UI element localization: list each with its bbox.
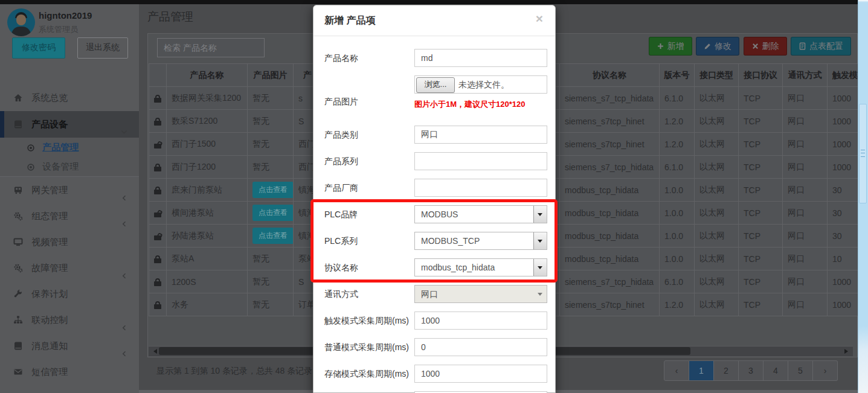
column-header-interface-protocol: 接口协议: [739, 64, 783, 87]
app-window: hignton2019 系统管理员 修改密码 退出系统 系统总览 产品设备 产品…: [0, 0, 868, 393]
sidebar-item-device-management[interactable]: 设备管理: [0, 157, 139, 176]
sidebar-item-system-overview[interactable]: 系统总览: [0, 85, 139, 111]
image-placeholder: 暂无: [252, 139, 269, 149]
file-input[interactable]: 浏览... 未选择文件。: [414, 75, 547, 94]
bus-icon: [13, 179, 23, 205]
edit-button[interactable]: 修改: [696, 37, 739, 56]
book-icon: [13, 113, 23, 139]
dropdown-arrow-icon[interactable]: [533, 206, 547, 223]
normal-period-input[interactable]: [414, 338, 547, 356]
image-placeholder: 暂无: [252, 254, 269, 263]
browse-button[interactable]: 浏览...: [416, 77, 455, 93]
vertical-scrollbar[interactable]: [858, 0, 868, 393]
dropdown-arrow-icon: [534, 286, 547, 302]
scroll-right-arrow[interactable]: [844, 349, 850, 354]
sidebar-item-configuration-management[interactable]: 组态管理: [0, 203, 139, 229]
image-placeholder: 暂无: [252, 116, 269, 126]
field-label: PLC品牌: [324, 205, 414, 223]
vertical-scrollbar-thumb[interactable]: [859, 104, 867, 203]
column-header-name: 产品名称: [167, 64, 248, 87]
x-icon: [751, 39, 759, 56]
sidebar-item-linkage-control[interactable]: 联动控制: [0, 307, 139, 333]
sidebar-item-gateway-management[interactable]: 网关管理: [0, 177, 139, 203]
column-header-trigger: 触发模: [828, 64, 858, 87]
column-header-lock: [149, 64, 167, 87]
change-password-button[interactable]: 修改密码: [12, 37, 65, 59]
gears-icon: [13, 205, 23, 231]
image-hint: 图片小于1M，建议尺寸120*120: [414, 99, 526, 110]
pagination-page-1[interactable]: 1: [689, 360, 714, 381]
column-header-interface-type: 接口类型: [695, 64, 739, 87]
dropdown-arrow-icon[interactable]: [533, 259, 547, 276]
lock-icon: [154, 121, 161, 126]
field-label: 产品图片: [324, 92, 414, 110]
sidebar-submenu: 产品管理 设备管理: [0, 138, 139, 177]
sidebar-item-product-device[interactable]: 产品设备: [0, 111, 139, 138]
field-label: 普通模式采集周期(ms): [324, 338, 414, 356]
window-top-edge: [0, 0, 858, 4]
dropdown-arrow-icon[interactable]: [533, 232, 547, 249]
pagination-next[interactable]: ›: [813, 360, 838, 381]
sidebar-item-message-notification[interactable]: 消息通知: [0, 333, 139, 359]
scroll-left-arrow[interactable]: [151, 349, 157, 354]
view-image-button[interactable]: 点击查看: [252, 205, 294, 221]
no-file-text: 未选择文件。: [458, 76, 509, 93]
product-vendor-input[interactable]: [414, 179, 547, 197]
sidebar-item-fault-management[interactable]: 故障管理: [0, 255, 139, 281]
plc-series-select[interactable]: MODBUS_TCP: [414, 232, 547, 250]
field-label: 存储模式采集周期(ms): [324, 365, 414, 383]
add-button[interactable]: 新增: [649, 37, 692, 56]
logout-button[interactable]: 退出系统: [77, 37, 128, 59]
plc-brand-select[interactable]: MODBUS: [414, 205, 547, 223]
search-input[interactable]: [157, 38, 265, 57]
plus-icon: [657, 39, 664, 56]
image-placeholder: 暂无: [252, 276, 269, 286]
delete-button[interactable]: 删除: [744, 37, 787, 56]
column-header-version: 版本号: [660, 64, 695, 87]
pagination-page-3[interactable]: 3: [739, 360, 764, 381]
storage-period-input[interactable]: [414, 365, 547, 383]
avatar: [7, 8, 35, 36]
sidebar-item-maintenance-plan[interactable]: 保养计划: [0, 281, 139, 307]
page-title: 产品管理: [147, 9, 193, 25]
home-icon: [13, 86, 23, 113]
dot-circle-icon: [27, 139, 35, 159]
lock-icon: [154, 167, 161, 171]
field-label: 通讯方式: [324, 285, 414, 303]
pagination-prev[interactable]: ‹: [664, 360, 689, 381]
pagination-page-5[interactable]: 5: [788, 360, 813, 381]
unlock-icon: [154, 235, 161, 240]
lock-icon: [154, 190, 161, 194]
sidebar-item-sms-management[interactable]: 短信管理: [0, 359, 139, 385]
protocol-name-select[interactable]: modbus_tcp_hidata: [414, 258, 547, 276]
point-table-config-button[interactable]: 点表配置: [791, 37, 851, 56]
sidebar-item-video-management[interactable]: 视频管理: [0, 229, 139, 255]
lock-icon: [154, 281, 161, 286]
view-image-button[interactable]: 点击查看: [252, 228, 294, 244]
pagination-page-4[interactable]: 4: [764, 360, 788, 381]
dot-circle-icon: [27, 159, 35, 178]
field-label: 产品厂商: [324, 179, 414, 197]
sidebar-item-product-management[interactable]: 产品管理: [0, 138, 139, 157]
pagination-page-2[interactable]: 2: [714, 360, 739, 381]
scrollbar-grip-icon: [861, 150, 865, 157]
lock-icon: [154, 304, 161, 309]
envelope-icon: [13, 360, 23, 386]
field-label: 协议名称: [324, 258, 414, 276]
close-icon[interactable]: ×: [532, 11, 547, 25]
column-header-image: 产品图片: [248, 64, 294, 87]
view-image-button[interactable]: 点击查看: [252, 182, 294, 198]
product-series-input[interactable]: [414, 152, 547, 170]
image-placeholder: 暂无: [252, 93, 269, 103]
unlock-icon: [154, 212, 161, 217]
pagination: ‹ 1 2 3 4 5 ›: [664, 360, 838, 381]
toolbar: 新增 修改 删除 点表配置: [648, 37, 851, 56]
product-category-input[interactable]: [414, 126, 547, 144]
field-label: 触发模式采集周期(ms): [324, 312, 414, 330]
column-header-comm-mode: 通讯方式: [783, 64, 828, 87]
pencil-icon: [704, 39, 712, 56]
user-role: 系统管理员: [39, 24, 78, 35]
trigger-period-input[interactable]: [414, 312, 547, 330]
records-summary: 显示第 1 到第 10 条记录，总共 48 条记录: [156, 366, 312, 377]
product-name-input[interactable]: [414, 49, 547, 67]
